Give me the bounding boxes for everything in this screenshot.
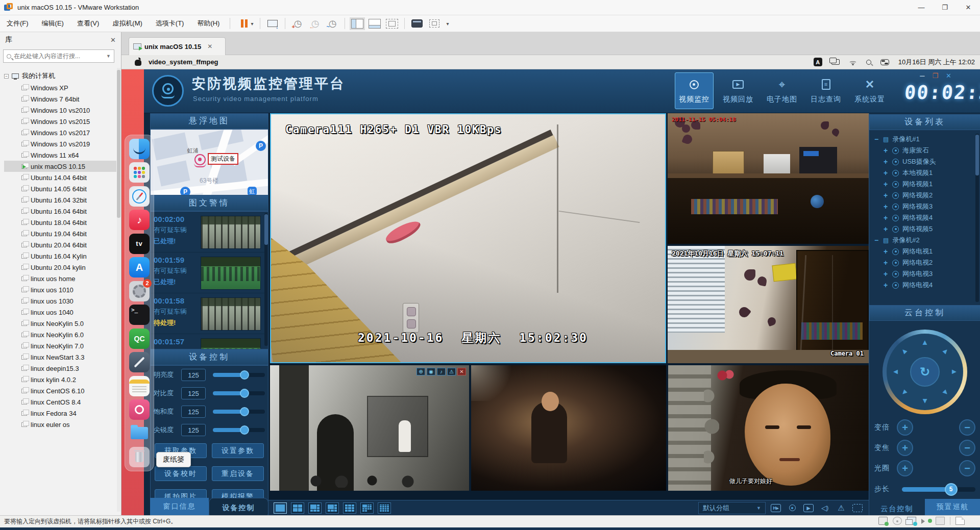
record-disabled-icon[interactable] (786, 502, 798, 514)
system-preferences-icon[interactable]: 2 (129, 281, 150, 301)
vm-list-item[interactable]: linux uos 1030 (4, 295, 116, 307)
sharpness-value[interactable]: 125 (181, 424, 206, 436)
vm-list-item[interactable]: linux CentOS 8.4 (4, 396, 116, 408)
vm-list-item[interactable]: Ubuntu 16.04 32bit (4, 194, 116, 206)
group-select[interactable]: 默认分组▼ (698, 502, 766, 514)
menu-help[interactable]: 帮助(H) (190, 15, 226, 32)
focus-in-button[interactable]: + (897, 440, 913, 456)
video-tile-main[interactable]: Camera111 H265+ D1 VBR 10KBps 2021-10-16… (270, 113, 666, 363)
trash-icon[interactable] (129, 447, 150, 467)
alert-item[interactable]: 00:01:58 有可疑车辆 待处理! (151, 293, 268, 334)
vm-list-item[interactable]: linux uos 1040 (4, 307, 116, 318)
vm-list-item[interactable]: linux Fedora 34 (4, 408, 116, 419)
vm-list-item[interactable]: linux NewStart 3.3 (4, 351, 116, 363)
zoom-out-button[interactable]: − (959, 419, 975, 436)
close-button[interactable]: ✕ (957, 0, 980, 15)
close-video-icon[interactable]: ✕ (457, 368, 466, 375)
show-thumbnail-bar-button[interactable] (367, 17, 382, 30)
nav-video-playback[interactable]: ▶ 视频回放 (719, 72, 757, 109)
sidebar-scrollbar[interactable] (117, 68, 120, 512)
menu-view[interactable]: 查看(V) (70, 15, 106, 32)
minimize-button[interactable]: — (910, 0, 933, 15)
device-item[interactable]: +网络电视1 (873, 246, 973, 257)
alert-thumbnail[interactable] (201, 297, 261, 331)
ptz-up-icon[interactable]: ▲ (921, 338, 929, 346)
alert-item[interactable]: 00:02:00 有可疑车辆 已处理! (151, 212, 268, 253)
vm-list-item[interactable]: Ubuntu 20.04 kylin (4, 262, 116, 273)
alert-thumbnail[interactable] (201, 338, 261, 349)
vm-list-item[interactable]: Windows 7 64bit (4, 93, 116, 105)
contrast-value[interactable]: 125 (181, 387, 206, 399)
device-tree-scrollbar[interactable] (975, 134, 979, 302)
reboot-device-button[interactable]: 重启设备 (212, 466, 264, 481)
hdd-status-icon[interactable] (878, 517, 888, 525)
safari-icon[interactable] (129, 186, 150, 207)
vm-list-item[interactable]: Ubuntu 14.05 64bit (4, 183, 116, 194)
downloads-folder-icon[interactable] (129, 423, 150, 443)
device-item[interactable]: +网络视频4 (873, 212, 973, 223)
fullscreen-button[interactable] (384, 17, 400, 30)
cdrom-status-icon[interactable] (893, 517, 902, 525)
vm-list-item[interactable]: linux uos home (4, 273, 116, 284)
vm-tree-root[interactable]: − 我的计算机 (4, 70, 116, 82)
launchpad-icon[interactable] (129, 162, 150, 183)
vm-list-item[interactable]: Windows 11 x64 (4, 149, 116, 161)
step-slider[interactable]: 5 (902, 487, 975, 492)
apple-tv-icon[interactable]: tv (129, 234, 150, 254)
console-view-button[interactable] (409, 17, 425, 30)
audio-icon[interactable]: ♪ (437, 368, 446, 375)
vm-list-item[interactable]: Ubuntu 20.04 64bit (4, 239, 116, 250)
manage-snapshots-button[interactable]: ◷~ (325, 17, 340, 30)
device-item[interactable]: +网络视频3 (873, 201, 973, 212)
sharpness-slider[interactable] (213, 428, 265, 432)
nav-electronic-map[interactable]: ⌖ 电子地图 (763, 72, 801, 109)
menu-vm[interactable]: 虚拟机(M) (106, 15, 149, 32)
sound-status-icon[interactable] (921, 519, 930, 524)
vm-list-item[interactable]: Ubuntu 19.04 64bit (4, 228, 116, 239)
pink-app-icon[interactable] (129, 399, 150, 420)
set-params-button[interactable]: 设置参数 (212, 443, 264, 458)
device-item[interactable]: +网络视频2 (873, 190, 973, 201)
layout-9-button[interactable] (343, 502, 356, 514)
alert-item[interactable]: 00:01:57 (151, 334, 268, 349)
iris-open-button[interactable]: + (897, 460, 913, 476)
vm-list-item[interactable]: Windows 10 vs2017 (4, 127, 116, 138)
speaker-icon[interactable]: ◁) (819, 502, 831, 514)
maximize-button[interactable]: ❐ (933, 0, 957, 15)
device-item[interactable]: +USB摄像头 (873, 156, 973, 167)
vm-list-item[interactable]: linux NeoKylin 5.0 (4, 318, 116, 329)
brightness-value[interactable]: 125 (181, 369, 206, 381)
focus-out-button[interactable]: − (959, 440, 975, 456)
layout-8-button[interactable] (326, 502, 339, 514)
vm-list-item[interactable]: linux CentOS 6.10 (4, 385, 116, 396)
music-icon[interactable]: ♪ (129, 210, 150, 230)
warning-icon[interactable]: ⚠ (835, 502, 847, 514)
vm-list-item[interactable]: linux NeoKylin 6.0 (4, 329, 116, 340)
search-dropdown-caret[interactable]: ▼ (106, 54, 111, 59)
layout-6-button[interactable] (308, 502, 322, 514)
macos-active-app-name[interactable]: video_system_ffmpeg (149, 58, 218, 66)
device-time-sync-button[interactable]: 设备校时 (155, 466, 207, 481)
zoom-icon[interactable]: ⊕ (416, 368, 425, 375)
map-camera-marker[interactable] (194, 154, 206, 165)
alert-thumbnail[interactable] (201, 216, 261, 249)
send-ctrl-alt-del-button[interactable] (265, 17, 280, 30)
collapse-icon[interactable]: − (4, 74, 9, 79)
tools-app-icon[interactable] (129, 352, 150, 372)
library-close-icon[interactable]: ✕ (110, 36, 116, 44)
video-fullscreen-icon[interactable] (851, 502, 864, 514)
printer-status-icon[interactable] (936, 517, 945, 525)
vm-list-item[interactable]: Windows 10 vs2010 (4, 105, 116, 116)
contrast-slider[interactable] (213, 391, 265, 395)
ptz-right-icon[interactable]: ▲ (950, 368, 959, 376)
menu-edit[interactable]: 编辑(E) (35, 15, 70, 32)
device-item[interactable]: +海康萤石 (873, 145, 973, 156)
vm-list-item[interactable]: linux euler os (4, 419, 116, 430)
library-search[interactable]: ▼ (3, 49, 114, 63)
layout-1-button[interactable] (274, 502, 287, 514)
vm-list-item[interactable]: Windows 10 vs2019 (4, 138, 116, 149)
device-item[interactable]: +网络电视2 (873, 257, 973, 268)
terminal-icon[interactable]: >_ (129, 305, 150, 325)
video-tile-5[interactable] (471, 365, 666, 491)
zoom-in-button[interactable]: + (897, 419, 913, 436)
